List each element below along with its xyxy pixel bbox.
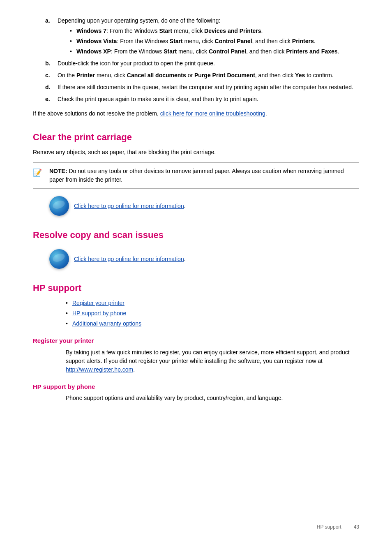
step-e-text: Check the print queue again to make sure… [58, 96, 258, 102]
win7-start-bold: Start [159, 28, 172, 34]
note-text: Do not use any tools or other devices to… [49, 168, 344, 183]
hp-support-link-list: Register your printer HP support by phon… [66, 299, 359, 328]
step-e: e. Check the print queue again to make s… [58, 95, 359, 104]
phone-section: HP support by phone Phone support option… [33, 382, 359, 403]
above-solutions-text: If the above solutions do not resolve th… [33, 110, 160, 117]
above-solutions-link[interactable]: click here for more online troubleshooti… [160, 110, 265, 117]
resolve-copy-online-end: . [184, 256, 186, 262]
clear-carriage-body: Remove any objects, such as paper, that … [33, 148, 359, 157]
register-link[interactable]: Register your printer [72, 300, 125, 306]
step-d: d. If there are still documents in the q… [58, 83, 359, 92]
globe-icon-2 [49, 249, 69, 269]
winxp-cp-bold: Control Panel [209, 48, 246, 55]
step-b-text: Double-click the icon for your product t… [58, 60, 215, 67]
register-sub-heading: Register your printer [33, 336, 359, 346]
bullet-winvista: Windows Vista: From the Windows Start me… [70, 37, 359, 46]
winxp-pf-bold: Printers and Faxes [286, 48, 337, 55]
link-warranty: Additional warranty options [66, 319, 359, 328]
register-body: By taking just a few quick minutes to re… [66, 348, 359, 374]
step-c-yes-bold: Yes [295, 72, 305, 79]
step-a-bullets: Windows 7: From the Windows Start menu, … [70, 27, 359, 56]
resolve-copy-online-link[interactable]: Click here to go online for more informa… [74, 256, 184, 262]
globe-icon-1 [49, 196, 69, 216]
step-c-purge-bold: Purge Print Document [194, 72, 255, 79]
hp-support-links: Register your printer HP support by phon… [66, 299, 359, 328]
hp-support-heading: HP support [33, 281, 359, 295]
note-icon: 📝 [33, 167, 45, 178]
bullet-winxp: Windows XP: From the Windows Start menu,… [70, 47, 359, 56]
phone-sub-heading: HP support by phone [33, 382, 359, 392]
step-d-label: d. [45, 83, 50, 92]
step-c-text: On the Printer menu, click Cancel all do… [58, 72, 334, 79]
clear-carriage-online-row: Click here to go online for more informa… [49, 196, 359, 216]
resolve-copy-online-row: Click here to go online for more informa… [49, 249, 359, 269]
step-c-cancel-bold: Cancel all documents [127, 72, 186, 79]
clear-carriage-online-link-wrap: Click here to go online for more informa… [74, 202, 186, 210]
resolve-copy-online-link-wrap: Click here to go online for more informa… [74, 255, 186, 263]
phone-body: Phone support options and availability v… [66, 394, 359, 402]
clear-carriage-online-end: . [184, 203, 186, 209]
warranty-link[interactable]: Additional warranty options [72, 320, 141, 327]
note-box: 📝 NOTE: Do not use any tools or other de… [33, 162, 359, 189]
win7-devices-bold: Devices and Printers [204, 28, 261, 34]
phone-link[interactable]: HP support by phone [72, 310, 126, 317]
winxp-bold: Windows XP [76, 48, 111, 55]
step-c: c. On the Printer menu, click Cancel all… [58, 71, 359, 80]
link-phone: HP support by phone [66, 309, 359, 318]
step-c-printer-bold: Printer [76, 72, 95, 79]
above-solutions-paragraph: If the above solutions do not resolve th… [33, 109, 359, 118]
register-end: . [133, 366, 135, 373]
register-url-link[interactable]: http://www.register.hp.com [66, 366, 133, 373]
step-d-text: If there are still documents in the queu… [58, 84, 353, 90]
bullet-win7: Windows 7: From the Windows Start menu, … [70, 27, 359, 35]
footer-page: 43 [354, 523, 359, 531]
note-label: NOTE: [49, 168, 67, 174]
register-section: Register your printer By taking just a f… [33, 336, 359, 374]
winvista-printers-bold: Printers [292, 38, 314, 44]
winxp-start-bold: Start [164, 48, 177, 55]
resolve-copy-heading: Resolve copy and scan issues [33, 228, 359, 242]
register-body-text: By taking just a few quick minutes to re… [66, 349, 350, 364]
winvista-bold: Windows Vista [76, 38, 117, 44]
link-register: Register your printer [66, 299, 359, 307]
step-a-label: a. [45, 16, 50, 25]
step-c-label: c. [45, 71, 50, 80]
clear-carriage-heading: Clear the print carriage [33, 130, 359, 144]
step-a: a. Depending upon your operating system,… [58, 16, 359, 56]
step-a-text: Depending upon your operating system, do… [58, 17, 220, 24]
step-b: b. Double-click the icon for your produc… [58, 59, 359, 68]
winvista-cp-bold: Control Panel [215, 38, 252, 44]
page-footer: HP support 43 [317, 523, 359, 531]
clear-carriage-online-link[interactable]: Click here to go online for more informa… [74, 203, 184, 209]
note-content: NOTE: Do not use any tools or other devi… [49, 167, 359, 184]
step-e-label: e. [45, 95, 50, 104]
above-solutions-end: . [265, 110, 267, 117]
winvista-start-bold: Start [170, 38, 183, 44]
win7-bold: Windows 7 [76, 28, 106, 34]
step-b-label: b. [45, 59, 50, 68]
footer-label: HP support [317, 523, 341, 531]
